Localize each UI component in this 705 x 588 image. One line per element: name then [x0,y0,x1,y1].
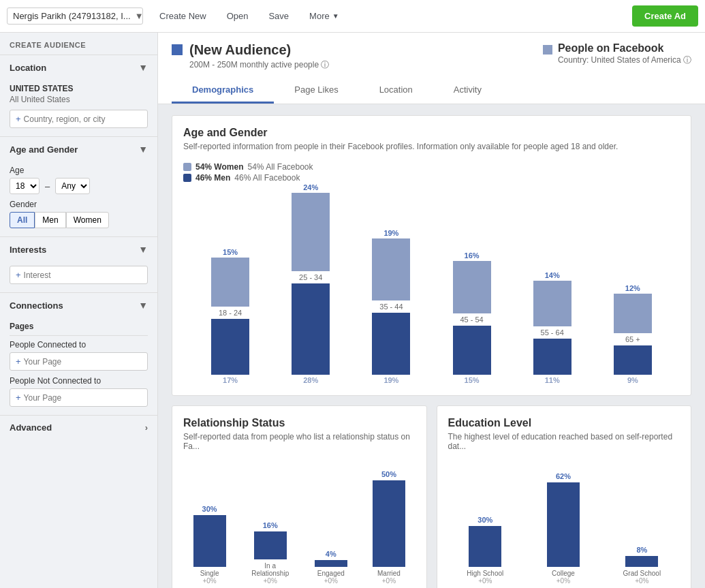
create-ad-button[interactable]: Create Ad [632,5,698,27]
age-label: Age [10,166,148,175]
bar-group: 16% 45 - 54 15% [445,251,499,384]
gender-women-button[interactable]: Women [66,212,109,228]
interest-input-wrapper[interactable]: + [10,266,148,284]
men-bar [614,345,652,375]
legend-women-sub: 54% All Facebook [247,162,313,172]
tab-activity[interactable]: Activity [433,78,502,104]
more-caret: ▼ [332,12,339,20]
gender-buttons: All Men Women [10,212,148,228]
more-button[interactable]: More ▼ [300,7,349,25]
relationship-chart: 30% Single +0% 16% In a Relationship +0%… [183,462,416,585]
location-section-header[interactable]: Location ▼ [0,55,157,80]
relationship-bar-group: 16% In a Relationship +0% [251,521,289,585]
interests-section: Interests ▼ + [0,236,157,292]
edu-label: High School [467,570,503,577]
connections-section-header[interactable]: Connections ▼ [0,293,157,318]
age-gender-section-header[interactable]: Age and Gender ▼ [0,137,157,161]
men-pct-label: 17% [223,376,238,384]
women-pct-label: 14% [545,271,560,279]
age-gender-section: Age and Gender ▼ Age 182125 – Any253565+… [0,136,157,236]
advanced-section[interactable]: Advanced › [0,415,157,439]
women-bar-col: 16% [453,251,491,313]
age-label: 18 - 24 [219,309,242,317]
country-info-icon[interactable]: ⓘ [683,55,691,65]
relationship-desc: Self-reported data from people who list … [183,432,416,451]
tab-location[interactable]: Location [359,78,433,104]
age-label: 45 - 54 [460,315,483,324]
audience-tabs: Demographics Page Likes Location Activit… [172,78,691,104]
men-pct-label: 28% [303,376,318,384]
save-button[interactable]: Save [259,7,298,25]
chart-legend: 54% Women 54% All Facebook 46% Men 46% A… [183,162,680,183]
age-gender-content: Age 182125 – Any253565+ Gender All Men W… [0,161,157,236]
bar-group: 19% 35 - 44 19% [364,229,418,384]
rel-bar [373,480,405,567]
location-caret: ▼ [138,62,148,73]
nav-links: Create New Open Save More ▼ [150,7,349,25]
edu-bar [547,482,580,567]
legend-women-dot [183,163,191,171]
rel-pct: 50% [381,470,396,478]
people-not-connected-input-wrapper[interactable]: + [10,388,148,407]
people-not-connected-input[interactable] [24,393,142,403]
location-input[interactable] [24,114,142,124]
rel-bar [193,515,226,567]
education-desc: The highest level of education reached b… [448,432,680,451]
age-from-select[interactable]: 182125 [10,178,40,194]
edu-bar [469,526,501,567]
people-connected-input-wrapper[interactable]: + [10,352,148,371]
pages-divider [10,335,148,336]
create-new-button[interactable]: Create New [150,7,216,25]
location-country: UNITED STATES [10,84,148,93]
women-bar-col: 12% [614,284,652,333]
connections-section: Connections ▼ Pages People Connected to … [0,292,157,415]
men-bar [533,339,571,375]
women-pct-label: 12% [625,284,640,292]
account-caret: ▼ [135,11,143,21]
gender-label: Gender [10,200,148,209]
open-button[interactable]: Open [217,7,258,25]
audience-color-box [172,44,183,55]
gender-men-button[interactable]: Men [35,212,65,228]
age-label: 25 - 34 [299,273,322,281]
interests-section-header[interactable]: Interests ▼ [0,237,157,262]
relationship-card: Relationship Status Self-reported data f… [172,405,427,588]
rel-bar [254,531,287,559]
interest-input[interactable] [24,270,142,280]
edu-sublabel: +0% [557,577,570,585]
subtitle-info-icon[interactable]: ⓘ [321,60,329,69]
tab-demographics[interactable]: Demographics [172,78,274,104]
rel-bar [315,560,347,567]
age-to-select[interactable]: Any253565+ [55,178,90,194]
interests-caret: ▼ [138,244,148,255]
men-bar [211,319,249,375]
women-pct-label: 15% [223,248,238,256]
gender-all-button[interactable]: All [10,212,35,228]
age-separator: – [45,181,50,191]
people-connected-input[interactable] [24,357,142,367]
connections-label: Connections [10,300,63,311]
legend-men: 46% Men 46% All Facebook [183,173,680,183]
tab-page-likes[interactable]: Page Likes [274,78,358,104]
education-card: Education Level The highest level of edu… [437,405,692,588]
people-subtitle: Country: United States of America ⓘ [558,55,691,66]
men-pct-label: 15% [465,376,480,384]
age-gender-label: Age and Gender [10,144,78,155]
relationship-title: Relationship Status [183,417,416,429]
legend-men-sub: 46% All Facebook [234,173,300,183]
women-bar [211,258,249,307]
men-bar-col: 9% [614,345,652,384]
people-info: People on Facebook Country: United State… [558,42,691,66]
location-input-wrapper[interactable]: + [10,110,148,128]
account-selector[interactable]: Nergis Parikh (247913182, I... ▼ [7,7,143,25]
age-label: 65 + [625,335,640,343]
women-pct-label: 16% [465,251,480,260]
audience-left: (New Audience) 200M - 250M monthly activ… [172,42,329,71]
age-row: 182125 – Any253565+ [10,178,148,194]
age-label: 55 - 64 [541,328,564,337]
legend-women: 54% Women 54% All Facebook [183,162,680,172]
people-not-connected-plus-icon: + [16,392,21,403]
bar-group: 24% 25 - 34 28% [283,183,338,384]
audience-title: (New Audience) [189,42,329,58]
main-layout: Create Audience Location ▼ UNITED STATES… [0,33,705,588]
